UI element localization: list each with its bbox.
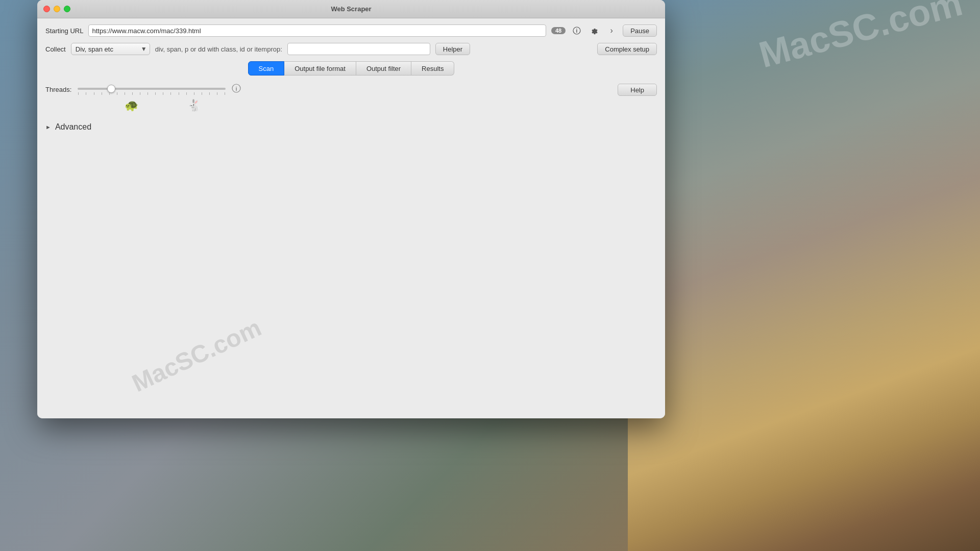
window-title: Web Scraper [331, 5, 371, 13]
tick [209, 92, 210, 95]
tick [179, 92, 179, 95]
cliff-background [628, 0, 980, 551]
collect-select[interactable]: Div, span etc Table Link list Image list [71, 43, 150, 55]
tab-output-file-format[interactable]: Output file format [284, 61, 356, 76]
collect-filter-input[interactable] [287, 43, 430, 55]
pause-button[interactable]: Pause [623, 24, 657, 37]
tick [202, 92, 202, 95]
tick [170, 92, 171, 95]
help-button[interactable]: Help [618, 84, 657, 96]
tab-scan[interactable]: Scan [248, 61, 285, 76]
tick [217, 92, 217, 95]
tick [155, 92, 156, 95]
tick [86, 92, 86, 95]
tick [132, 92, 133, 95]
slider-container [78, 84, 226, 95]
rabbit-icon: 🐇 [187, 99, 201, 112]
tick [186, 92, 187, 95]
advanced-arrow-icon: ► [45, 124, 51, 130]
url-input[interactable] [88, 24, 546, 37]
tick [109, 92, 110, 95]
tick [225, 92, 225, 95]
scan-area: Threads: [45, 84, 657, 410]
advanced-label: Advanced [55, 122, 91, 132]
tab-output-filter[interactable]: Output filter [356, 61, 411, 76]
maximize-button[interactable] [64, 6, 70, 12]
threads-label: Threads: [45, 86, 71, 93]
window-watermark: MacSC.com [128, 313, 265, 397]
window-content: Starting URL 48 i › Pause Collect [37, 18, 665, 418]
tick [102, 92, 102, 95]
tick [194, 92, 194, 95]
url-row: Starting URL 48 i › Pause [45, 24, 657, 37]
svg-text:i: i [236, 86, 237, 92]
threads-info-icon[interactable]: i [232, 84, 241, 95]
app-window: Web Scraper Starting URL 48 i › Pause [37, 0, 665, 418]
svg-text:i: i [576, 28, 578, 34]
tick [163, 92, 163, 95]
url-badge: 48 [551, 27, 566, 34]
advanced-section[interactable]: ► Advanced [45, 122, 657, 132]
tick [140, 92, 140, 95]
speed-icons-row: 🐢 🐇 [45, 99, 201, 112]
titlebar: Web Scraper [37, 0, 665, 18]
collect-select-wrapper: Div, span etc Table Link list Image list… [71, 43, 150, 55]
forward-nav-btn[interactable]: › [605, 24, 618, 37]
minimize-button[interactable] [54, 6, 60, 12]
collect-label: Collect [45, 45, 66, 53]
threads-slider[interactable] [78, 88, 226, 90]
close-button[interactable] [43, 6, 50, 12]
complex-setup-button[interactable]: Complex setup [597, 43, 657, 55]
url-label: Starting URL [45, 27, 83, 35]
helper-button[interactable]: Helper [435, 43, 470, 55]
info-icon-btn[interactable]: i [571, 24, 583, 37]
traffic-lights [43, 6, 70, 12]
settings-icon-btn[interactable] [588, 24, 600, 37]
tabs-row: Scan Output file format Output filter Re… [45, 61, 657, 76]
tick [94, 92, 94, 95]
collect-hint: div, span, p or dd with class, id or ite… [155, 45, 282, 53]
threads-row: Threads: [45, 84, 657, 95]
tick [78, 92, 79, 95]
collect-row: Collect Div, span etc Table Link list Im… [45, 43, 657, 55]
turtle-icon: 🐢 [125, 99, 138, 112]
tick [117, 92, 117, 95]
tab-results[interactable]: Results [411, 61, 454, 76]
tick [148, 92, 148, 95]
tick [125, 92, 125, 95]
